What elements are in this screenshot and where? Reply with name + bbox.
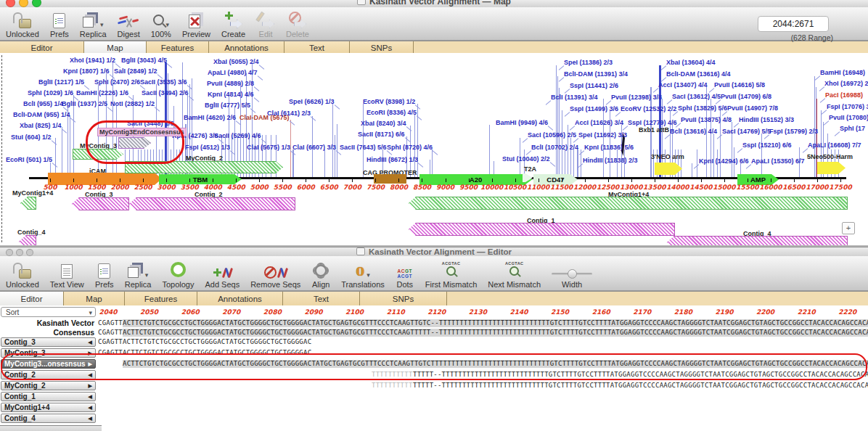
sequence-row: ACTTCTGTCTGCGCCTGCTGGGGACTATGCTGGGGCTGCT… <box>123 319 868 327</box>
contig-bar[interactable] <box>409 223 675 236</box>
site-label: XbaI (13604) 4/4 <box>666 59 716 66</box>
editor-content: Sort▾ 2040205020602070208020902100211021… <box>0 305 868 431</box>
axis-tick <box>120 178 120 182</box>
editor-toolbar-button-label: Prefs <box>95 280 114 289</box>
contig-bar[interactable] <box>129 197 295 210</box>
map-zoom-plus-button[interactable]: + <box>842 222 855 234</box>
sidebar-item-mycontig-2[interactable]: MyContig_2▶ <box>1 381 96 390</box>
site-label: BclI (11391) 3/4 <box>551 94 598 101</box>
map-ruler-label: 8500 <box>413 184 431 191</box>
site-label: SacI (10596) 2/5 <box>528 131 576 139</box>
editor-toolbar-button-label: Width <box>562 280 582 289</box>
restriction-site-line <box>432 149 433 177</box>
editor-tab-snps[interactable]: SNPs <box>360 292 447 306</box>
map-tab-annotations[interactable]: Annotations <box>209 41 284 54</box>
range-input[interactable]: 2044:2671 <box>758 16 829 32</box>
editor-toolbar-prefs-button[interactable]: Prefs <box>95 260 114 289</box>
site-label: SspI (11441) 2/6 <box>570 82 618 89</box>
restriction-site-line <box>290 120 291 177</box>
sidebar-item-contig-4[interactable]: Contig_4◀ <box>1 414 96 423</box>
axis-tick <box>259 178 260 182</box>
lock-open-icon <box>13 10 32 28</box>
map-toolbar-replica-button[interactable]: ▾Replica <box>80 10 107 38</box>
map-toolbar-prefs-button[interactable]: Prefs <box>50 10 69 38</box>
map-tab-text[interactable]: Text <box>284 41 350 54</box>
editor-toolbar-next-mismatch-button[interactable]: ACGTACNext Mismatch <box>488 260 541 289</box>
editor-toolbar-topology-button[interactable]: Topology <box>162 260 194 289</box>
map-toolbar-digest-button[interactable]: Digest <box>118 10 140 38</box>
editor-ruler-label: 2110 <box>387 308 405 316</box>
feature-label: MyContig_2 <box>186 155 223 162</box>
contig-bar[interactable] <box>409 197 848 210</box>
range-caption: (628 Range) <box>791 33 833 42</box>
editor-toolbar-add-seqs-button[interactable]: Add Seqs <box>205 260 239 289</box>
editor-toolbar-unlocked-button[interactable]: Unlocked <box>6 260 39 289</box>
map-toolbar-preview-button[interactable]: Preview <box>182 10 210 38</box>
editor-ruler-label: 2160 <box>592 308 610 316</box>
editor-toolbar-align-button[interactable]: Align <box>311 260 330 289</box>
map-toolbar-100--button[interactable]: ▾100% <box>151 10 171 38</box>
sidebar-item-contig-3[interactable]: Contig_3◀ <box>1 337 96 347</box>
map-tab-map[interactable]: Map <box>84 41 147 54</box>
restriction-site-line <box>417 104 418 177</box>
contig-bar[interactable] <box>667 236 848 245</box>
restriction-site-line <box>573 149 574 177</box>
map-window: Kasinath Vector Alignment — Map Unlocked… <box>0 0 868 247</box>
sequence-row: CGAGTT <box>98 329 123 337</box>
map-toolbar-create-button[interactable]: Create <box>221 10 245 38</box>
scroll-right-icon[interactable]: ▶ <box>89 383 92 388</box>
site-label: PacI (16988) <box>825 91 863 99</box>
map-ruler-label: 12500 <box>597 184 619 191</box>
add-seqs-icon <box>213 260 232 279</box>
editor-toolbar-dots-button[interactable]: ACGTACGTDots <box>396 260 414 289</box>
restriction-site-line <box>62 127 62 177</box>
editor-tab-map[interactable]: Map <box>64 292 125 306</box>
site-label: KpnI (14294) 6/6 <box>699 157 749 165</box>
axis-tick <box>236 178 237 182</box>
editor-toolbar-first-mismatch-button[interactable]: ACGTACFirst Mismatch <box>425 260 478 289</box>
selection-marquee <box>1 55 2 242</box>
map-tab-editor[interactable]: Editor <box>0 41 84 54</box>
contig-bar[interactable] <box>20 197 36 210</box>
width-slider <box>552 260 592 279</box>
sidebar-item-label: Contig_4 <box>4 414 36 422</box>
axis-tick <box>748 178 748 182</box>
scroll-left-icon[interactable]: ◀ <box>89 340 92 345</box>
editor-toolbar-remove-seqs-button[interactable]: Remove Seqs <box>250 260 300 289</box>
editor-toolbar-replica-button[interactable]: ▾Replica <box>125 260 152 289</box>
site-label: BclI-DAM (955) 1/4 <box>13 111 70 118</box>
site-label: XbaI (825) 1/4 <box>20 122 62 129</box>
contig-bar[interactable] <box>72 197 129 210</box>
editor-toolbar-button-label: Translations <box>341 280 385 289</box>
scroll-left-icon[interactable]: ◀ <box>89 394 92 399</box>
axis-tick <box>50 178 51 182</box>
scroll-left-icon[interactable]: ◀ <box>89 405 92 410</box>
site-label: SspI (11499) 3/6 <box>570 105 618 112</box>
scroll-left-icon[interactable]: ◀ <box>89 416 92 421</box>
editor-toolbar-text-view-button[interactable]: Text View <box>50 260 84 289</box>
contig-bar[interactable] <box>19 235 36 245</box>
editor-toolbar-translations-button[interactable]: 0▾Translations <box>341 260 385 289</box>
map-ruler-label: 4000 <box>204 184 222 191</box>
map-tab-snps[interactable]: SNPs <box>350 41 414 54</box>
editor-tab-annotations[interactable]: Annotations <box>197 292 283 306</box>
map-tab-features[interactable]: Features <box>147 41 209 54</box>
editor-tab-text[interactable]: Text <box>283 292 360 306</box>
editor-tab-editor[interactable]: Editor <box>0 292 64 306</box>
editor-ruler-label: 2150 <box>551 308 569 316</box>
cag-promoter-box <box>374 174 406 184</box>
site-label: KpnI (4814) 4/6 <box>208 91 254 98</box>
editor-ruler-label: 2070 <box>222 308 240 316</box>
replica-icon: ▾ <box>83 10 104 28</box>
sidebar-item-mycontig1-4[interactable]: MyContig1+4◀ <box>1 403 96 412</box>
sort-dropdown[interactable]: Sort▾ <box>1 307 96 317</box>
editor-toolbar-width-button[interactable]: Width <box>552 260 592 289</box>
restriction-site-line <box>697 149 697 177</box>
editor-toolbar-button-label: Topology <box>162 280 194 289</box>
axis-tick <box>143 178 144 182</box>
editor-ruler-label: 2060 <box>181 308 200 316</box>
sidebar-item-contig-1[interactable]: Contig_1◀ <box>1 392 96 401</box>
map-toolbar-unlocked-button[interactable]: Unlocked <box>6 10 39 38</box>
editor-tab-features[interactable]: Features <box>125 292 197 306</box>
map-toolbar-button-label: Edit <box>259 30 273 38</box>
